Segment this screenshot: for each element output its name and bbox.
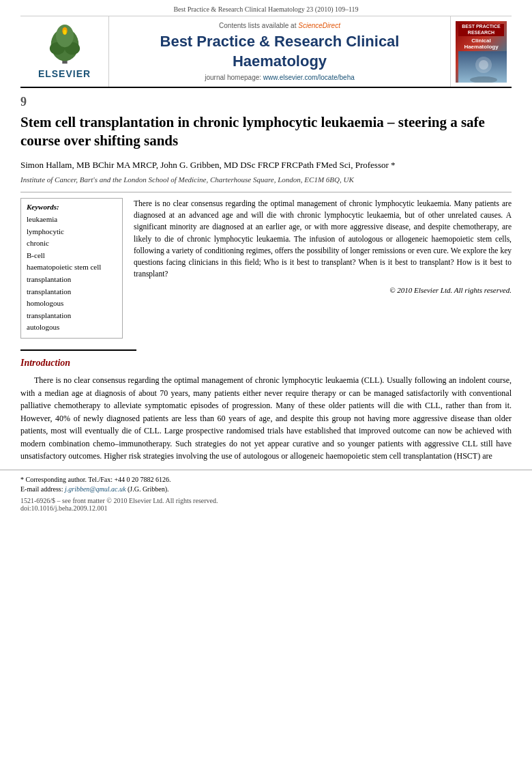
copyright-notice: © 2010 Elsevier Ltd. All rights reserved…	[134, 285, 512, 296]
journal-homepage: journal homepage: www.elsevier.com/locat…	[205, 74, 355, 81]
keywords-list: leukaemia lymphocytic chronic B-cell hae…	[27, 214, 117, 334]
elsevier-logo-area: ELSEVIER	[20, 16, 109, 87]
keywords-box: Keywords: leukaemia lymphocytic chronic …	[20, 198, 123, 339]
sciencedirect-line: Contents lists available at ScienceDirec…	[219, 22, 340, 29]
abstract-section: Keywords: leukaemia lymphocytic chronic …	[20, 198, 512, 339]
cover-subtitle: ClinicalHaematology	[464, 38, 498, 50]
homepage-url[interactable]: www.elsevier.com/locate/beha	[263, 74, 355, 81]
keyword-item: leukaemia	[27, 214, 117, 226]
keyword-item: lymphocytic	[27, 226, 117, 238]
elsevier-brand-text: ELSEVIER	[38, 68, 91, 79]
keyword-item: transplantation	[27, 286, 117, 298]
authors: Simon Hallam, MB BChir MA MRCP, John G. …	[20, 159, 512, 171]
corresponding-author: * Corresponding author. Tel./Fax: +44 0 …	[20, 476, 512, 483]
keyword-item: homologoustransplantation	[27, 298, 117, 321]
issn-line: 1521-6926/$ – see front matter © 2010 El…	[20, 497, 512, 504]
abstract-text: There is no clear consensus regarding th…	[134, 198, 512, 339]
article-title: Stem cell transplantation in chronic lym…	[20, 113, 512, 151]
journal-citation: Best Practice & Research Clinical Haemat…	[0, 0, 532, 16]
email-footnote: E-mail address: j.gribben@qmul.ac.uk (J.…	[20, 485, 512, 493]
journal-title: Best Practice & Research Clinical Haemat…	[160, 32, 400, 71]
footer: * Corresponding author. Tel./Fax: +44 0 …	[0, 470, 532, 512]
doi-line: doi:10.1016/j.beha.2009.12.001	[20, 504, 512, 512]
journal-header: ELSEVIER Contents lists available at Sci…	[20, 16, 512, 88]
cover-artwork	[458, 51, 504, 83]
introduction-paragraph: There is no clear consensus regarding th…	[20, 374, 512, 463]
page: Best Practice & Research Clinical Haemat…	[0, 0, 532, 774]
elsevier-tree-icon	[38, 25, 92, 66]
journal-cover-area: BEST PRACTICE RESEARCH ClinicalHaematolo…	[450, 16, 512, 87]
keyword-item: autologous	[27, 321, 117, 334]
sciencedirect-link[interactable]: ScienceDirect	[298, 22, 340, 29]
keyword-item: haematopoietic stem celltransplantation	[27, 261, 117, 285]
keyword-item: B-cell	[27, 250, 117, 262]
svg-point-9	[479, 60, 488, 70]
author-email[interactable]: j.gribben@qmul.ac.uk	[65, 485, 125, 493]
keywords-title: Keywords:	[27, 203, 117, 211]
section-divider	[20, 349, 136, 351]
keyword-item: chronic	[27, 238, 117, 250]
journal-info: Contents lists available at ScienceDirec…	[109, 16, 450, 87]
divider	[20, 192, 512, 192]
article-content: 9 Stem cell transplantation in chronic l…	[0, 88, 532, 463]
cover-top-bar: BEST PRACTICE	[458, 24, 504, 29]
journal-cover-image: BEST PRACTICE RESEARCH ClinicalHaematolo…	[456, 21, 507, 83]
svg-point-6	[63, 29, 66, 34]
introduction-title: Introduction	[20, 358, 512, 369]
elsevier-logo: ELSEVIER	[38, 25, 92, 79]
article-number: 9	[20, 95, 512, 109]
affiliation: Institute of Cancer, Bart's and the Lond…	[20, 175, 512, 184]
